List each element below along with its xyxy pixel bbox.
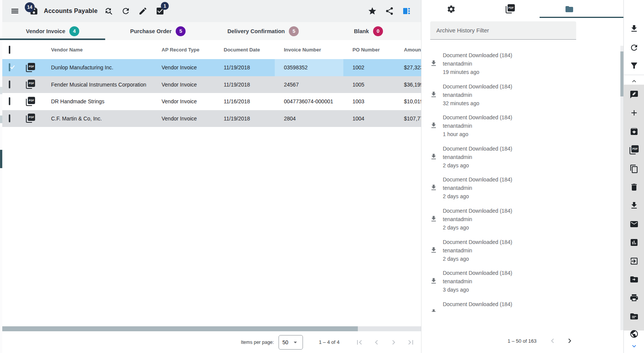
- history-next-page-icon[interactable]: [565, 336, 574, 345]
- horizontal-scrollbar-thumb[interactable]: [0, 326, 358, 331]
- history-list-item[interactable]: Document Downloaded (184): [421, 297, 620, 312]
- col-header-po-number[interactable]: PO Number: [343, 47, 395, 53]
- archive-history-filter-input[interactable]: Archive History Filter: [430, 21, 576, 40]
- history-list-item[interactable]: Document Downloaded (184) tenantadmin 32…: [421, 79, 620, 111]
- globe-icon[interactable]: [630, 329, 639, 339]
- left-scrollbar-thumb[interactable]: [0, 150, 2, 168]
- col-header-vendor-name[interactable]: Vendor Name: [42, 47, 152, 53]
- row-checkbox[interactable]: [9, 114, 10, 122]
- folder-icon: [565, 5, 574, 14]
- row-checkbox[interactable]: [9, 63, 10, 71]
- tab[interactable]: Blank 0: [316, 22, 421, 40]
- vendor-name-cell: C.F. Martin & Co, Inc.: [42, 116, 152, 122]
- add-icon[interactable]: [630, 108, 639, 117]
- copy-icon[interactable]: [630, 164, 639, 173]
- previous-page-icon[interactable]: [372, 338, 381, 347]
- download-icon[interactable]: [630, 24, 639, 33]
- annotate-icon[interactable]: [630, 90, 639, 99]
- history-range-label: 1 – 50 of 163: [508, 338, 537, 344]
- col-header-amount[interactable]: Amount: [395, 47, 421, 53]
- report-chart-icon[interactable]: [630, 238, 639, 247]
- tab[interactable]: Vendor Invoice 4: [0, 22, 105, 40]
- history-list-item[interactable]: Document Downloaded (184) tenantadmin 2 …: [421, 141, 620, 173]
- star-icon[interactable]: [368, 6, 377, 16]
- col-header-invoice-number[interactable]: Invoice Number: [275, 47, 343, 53]
- history-user: tenantadmin: [443, 184, 620, 192]
- save-icon[interactable]: 14: [29, 6, 38, 16]
- tab-archive-history[interactable]: [540, 0, 599, 18]
- table-row[interactable]: PDF Fender Musical Instruments Corporati…: [0, 76, 421, 93]
- page-title: Accounts Payable: [44, 8, 98, 14]
- history-list-item[interactable]: Document Downloaded (184) tenantadmin 2 …: [421, 204, 620, 235]
- history-list-item[interactable]: Document Downloaded (184) tenantadmin 19…: [421, 48, 620, 79]
- chevron-up-icon[interactable]: [630, 77, 638, 85]
- horizontal-scrollbar[interactable]: [0, 326, 421, 331]
- download-icon[interactable]: [630, 201, 639, 210]
- history-list-item[interactable]: Document Downloaded (184) tenantadmin 1 …: [421, 110, 620, 141]
- history-time: 1 hour ago: [443, 130, 620, 138]
- table-row[interactable]: PDF C.F. Martin & Co, Inc. Vendor Invoic…: [0, 110, 421, 127]
- edit-icon[interactable]: [138, 6, 147, 16]
- pdf-icon[interactable]: PDF: [26, 63, 35, 72]
- download-icon: [430, 153, 437, 162]
- tab-count-badge: 0: [373, 26, 383, 36]
- filter-icon[interactable]: [630, 61, 639, 70]
- po-number-cell: 1002: [343, 64, 395, 71]
- split-view-icon[interactable]: [402, 6, 411, 16]
- invoice-number-cell: 03598352: [275, 59, 343, 76]
- find-replace-icon[interactable]: [104, 6, 113, 16]
- document-date-cell: 11/19/2018: [215, 82, 275, 88]
- page-size-select[interactable]: 50: [279, 335, 303, 350]
- topbar: 14 Accounts Payable 1: [0, 0, 421, 22]
- history-list-item[interactable]: Document Downloaded (184) tenantadmin 2 …: [421, 235, 620, 266]
- pdf-icon[interactable]: PDF: [26, 114, 35, 123]
- tab[interactable]: Purchase Order 5: [105, 22, 210, 40]
- left-edge-scrollbar[interactable]: [0, 0, 2, 353]
- gear-icon: [447, 5, 456, 14]
- table-row[interactable]: PDF Dunlop Manufacturing Inc. Vendor Inv…: [0, 59, 421, 76]
- history-list-item[interactable]: Document Downloaded (184) tenantadmin 2 …: [421, 172, 620, 204]
- table-row[interactable]: PDF DR Handmade Strings Vendor Invoice 1…: [0, 93, 421, 110]
- refresh-icon[interactable]: [121, 6, 130, 16]
- history-event-title: Document Downloaded (184): [443, 144, 620, 153]
- pdf-icon[interactable]: PDF: [26, 97, 35, 106]
- row-checkbox[interactable]: [9, 80, 10, 88]
- document-date-cell: 11/19/2018: [215, 64, 275, 71]
- active-tab-underline: [540, 17, 624, 18]
- move-folder-icon[interactable]: [630, 275, 639, 284]
- next-page-icon[interactable]: [389, 338, 398, 347]
- pdf-icon[interactable]: PDF: [26, 80, 35, 89]
- history-scrollbar-thumb[interactable]: [620, 51, 623, 96]
- row-checkbox[interactable]: [9, 97, 10, 105]
- col-header-document-date[interactable]: Document Date: [215, 47, 275, 53]
- menu-icon[interactable]: [10, 6, 19, 16]
- tab[interactable]: Delivery Confirmation 5: [211, 22, 316, 40]
- history-previous-page-icon[interactable]: [548, 336, 557, 345]
- tasks-icon[interactable]: 1: [155, 6, 165, 16]
- pdf-export-icon[interactable]: PDF: [630, 145, 639, 155]
- tab-count-badge: 5: [289, 26, 299, 36]
- folder-documents-icon[interactable]: [630, 312, 639, 321]
- refresh-icon[interactable]: [630, 43, 639, 52]
- chevron-down-icon[interactable]: [630, 342, 638, 350]
- last-page-icon[interactable]: [406, 338, 415, 347]
- print-icon[interactable]: [630, 293, 639, 302]
- invoice-number-cell: 24567: [275, 82, 343, 88]
- history-scrollbar[interactable]: [620, 46, 623, 330]
- col-header-ap-record-type[interactable]: AP Record Type: [152, 47, 215, 53]
- first-page-icon[interactable]: [355, 338, 364, 347]
- history-time: 32 minutes ago: [443, 99, 620, 108]
- select-all-checkbox[interactable]: [9, 46, 10, 54]
- tab-settings[interactable]: [421, 0, 481, 18]
- export-icon[interactable]: [630, 257, 639, 266]
- main-pane: 14 Accounts Payable 1: [0, 0, 421, 353]
- share-icon[interactable]: [385, 6, 394, 16]
- archive-icon[interactable]: [630, 127, 639, 136]
- document-table: PDF Dunlop Manufacturing Inc. Vendor Inv…: [0, 59, 421, 127]
- mail-icon[interactable]: [630, 220, 639, 229]
- download-icon: [430, 246, 437, 255]
- table-header: Vendor Name AP Record Type Document Date…: [0, 40, 421, 59]
- tab-pdf-viewer[interactable]: PDF: [481, 0, 540, 18]
- delete-icon[interactable]: [630, 183, 639, 192]
- history-list-item[interactable]: Document Downloaded (184) tenantadmin 3 …: [421, 266, 620, 297]
